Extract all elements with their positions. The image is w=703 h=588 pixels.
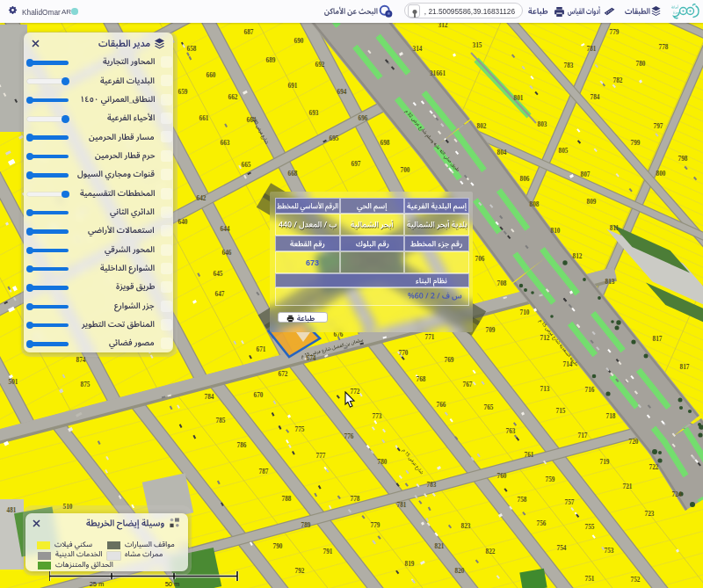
svg-text:25 m: 25 m bbox=[90, 580, 105, 587]
svg-text:50 m: 50 m bbox=[165, 580, 180, 587]
